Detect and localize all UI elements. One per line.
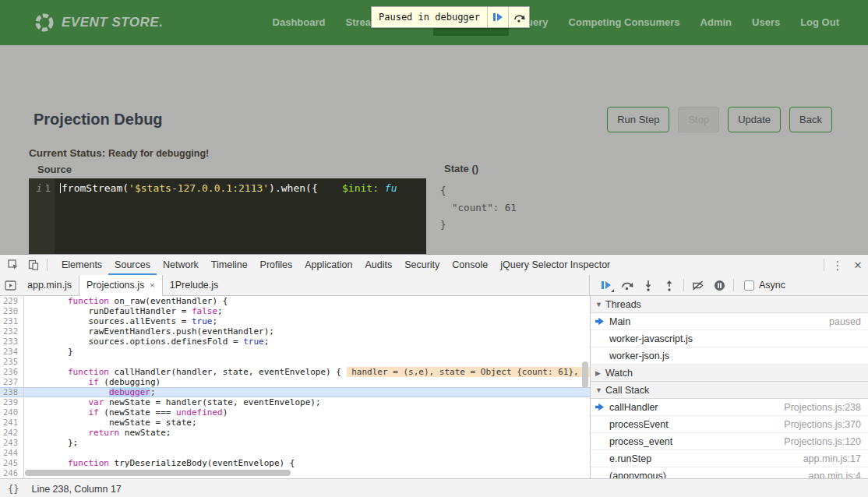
tab-timeline[interactable]: Timeline bbox=[205, 255, 254, 275]
code-token bbox=[26, 387, 109, 397]
code-line[interactable]: 241 newState = state; bbox=[0, 418, 590, 428]
stack-frame-row-anonymous[interactable]: (anonymous)app.min.js:4 bbox=[591, 467, 868, 478]
line-number[interactable]: 241 bbox=[0, 418, 23, 428]
source-code-panel[interactable]: 229 function on_raw(eventHandler) {230 r… bbox=[0, 296, 590, 478]
tab-profiles[interactable]: Profiles bbox=[254, 255, 299, 275]
code-line[interactable]: 232 rawEventHandlers.push(eventHandler); bbox=[0, 326, 590, 337]
resume-icon[interactable] bbox=[487, 7, 508, 27]
nav-item-dashboard[interactable]: Dashboard bbox=[263, 0, 336, 45]
code-token: ; bbox=[264, 337, 270, 347]
code-line[interactable]: 229 function on_raw(eventHandler) { bbox=[0, 296, 590, 306]
code-line[interactable]: 240 if (newState === undefined) bbox=[0, 407, 590, 418]
tab-network[interactable]: Network bbox=[157, 255, 205, 275]
threads-title: Threads bbox=[605, 299, 641, 310]
code-line-text: rawEventHandlers.push(eventHandler); bbox=[23, 326, 274, 337]
chevron-right-icon: ▶ bbox=[595, 369, 605, 377]
line-number[interactable]: 234 bbox=[0, 347, 23, 357]
close-devtools-icon[interactable]: ✕ bbox=[848, 255, 868, 275]
line-number[interactable]: 240 bbox=[0, 407, 23, 418]
line-number[interactable]: 229 bbox=[0, 296, 23, 306]
thread-name: worker-json.js bbox=[609, 351, 868, 361]
code-line[interactable]: 233 sources.options.definesFold = true; bbox=[0, 337, 590, 347]
state-json: { "count": 61 } bbox=[440, 182, 517, 234]
code-line-text: sources.allEvents = true; bbox=[23, 316, 217, 326]
threads-section-header[interactable]: ▼ Threads bbox=[591, 296, 868, 313]
show-navigator-icon[interactable] bbox=[0, 275, 20, 295]
tab-application[interactable]: Application bbox=[298, 255, 358, 275]
pretty-print-icon[interactable]: {} bbox=[8, 484, 19, 495]
line-number[interactable]: 244 bbox=[0, 448, 23, 458]
tab-security[interactable]: Security bbox=[398, 255, 446, 275]
line-number[interactable]: 242 bbox=[0, 428, 23, 438]
code-line[interactable]: 242 return newState; bbox=[0, 428, 590, 438]
nav-item-log-out[interactable]: Log Out bbox=[790, 0, 849, 45]
run-step-button[interactable]: Run Step bbox=[607, 107, 669, 132]
code-token bbox=[26, 397, 88, 407]
code-line[interactable]: 239 var newState = handler(state, eventE… bbox=[0, 397, 590, 407]
code-line[interactable]: 245 function tryDeserializeBody(eventEnv… bbox=[0, 458, 590, 468]
tab-sources[interactable]: Sources bbox=[108, 255, 157, 275]
line-number[interactable]: 243 bbox=[0, 438, 23, 448]
file-tab-app-min-js[interactable]: app.min.js bbox=[20, 275, 79, 295]
step-into-icon[interactable] bbox=[638, 275, 658, 295]
debugger-sidebar: ▼ Threads Mainpausedworker-javascript.js… bbox=[590, 296, 868, 478]
device-toolbar-icon[interactable] bbox=[23, 255, 44, 275]
code-line[interactable]: 243 }; bbox=[0, 438, 590, 448]
thread-row-worker-javascript-js[interactable]: worker-javascript.js bbox=[591, 330, 868, 347]
line-number[interactable]: 246 bbox=[0, 468, 23, 478]
nav-item-competing-consumers[interactable]: Competing Consumers bbox=[559, 0, 690, 45]
line-number[interactable]: 230 bbox=[0, 306, 23, 316]
line-number[interactable]: 237 bbox=[0, 377, 23, 387]
stack-frame-row-processevent[interactable]: processEventProjections.js:370 bbox=[591, 416, 868, 433]
stack-frame-row-e-runstep[interactable]: e.runStepapp.min.js:17 bbox=[591, 450, 868, 467]
code-horizontal-scrollbar-thumb[interactable] bbox=[25, 470, 291, 476]
code-line[interactable]: 237 if (debugging) bbox=[0, 377, 590, 387]
code-token: newState = state; bbox=[26, 418, 197, 428]
inspect-element-icon[interactable] bbox=[3, 255, 23, 275]
async-checkbox[interactable] bbox=[744, 280, 754, 291]
line-number[interactable]: 235 bbox=[0, 357, 23, 367]
kebab-menu-icon[interactable]: ⋮ bbox=[827, 255, 848, 275]
code-line[interactable]: 235 bbox=[0, 357, 590, 367]
code-line[interactable]: 244 bbox=[0, 448, 590, 458]
thread-name: Main bbox=[609, 316, 829, 327]
stack-frame-row-process-event[interactable]: process_eventProjections.js:120 bbox=[591, 433, 868, 450]
devtools-main: 229 function on_raw(eventHandler) {230 r… bbox=[0, 296, 868, 478]
stack-frame-row-callhandler[interactable]: callHandlerProjections.js:238 bbox=[591, 399, 868, 416]
code-line[interactable]: 234 } bbox=[0, 347, 590, 357]
line-number[interactable]: 239 bbox=[0, 397, 23, 407]
tab-console[interactable]: Console bbox=[446, 255, 494, 275]
file-tab-projections-js[interactable]: Projections.js× bbox=[79, 275, 163, 296]
code-line[interactable]: 230 runDefaultHandler = false; bbox=[0, 306, 590, 316]
tab-elements[interactable]: Elements bbox=[55, 255, 108, 275]
watch-section-header[interactable]: ▶ Watch bbox=[591, 365, 868, 382]
nav-item-admin[interactable]: Admin bbox=[690, 0, 742, 45]
code-line[interactable]: 236 function callHandler(handler, state,… bbox=[0, 367, 590, 377]
code-line-executing[interactable]: 238 debugger; bbox=[0, 387, 590, 397]
step-over-icon[interactable] bbox=[617, 275, 637, 295]
line-number[interactable]: 238 bbox=[0, 387, 23, 397]
line-number[interactable]: 245 bbox=[0, 458, 23, 468]
back-button[interactable]: Back bbox=[789, 107, 832, 132]
pause-on-exceptions-icon[interactable] bbox=[709, 275, 729, 295]
line-number[interactable]: 236 bbox=[0, 367, 23, 377]
resume-script-icon[interactable] bbox=[596, 275, 616, 295]
step-out-icon[interactable] bbox=[659, 275, 679, 295]
step-over-icon[interactable] bbox=[508, 7, 529, 27]
deactivate-breakpoints-icon[interactable] bbox=[688, 275, 708, 295]
tab-jquery-selector-inspector[interactable]: jQuery Selector Inspector bbox=[494, 255, 616, 275]
thread-row-worker-json-js[interactable]: worker-json.js bbox=[591, 347, 868, 365]
line-number[interactable]: 232 bbox=[0, 326, 23, 337]
thread-row-main[interactable]: Mainpaused bbox=[591, 313, 868, 330]
code-vertical-scrollbar-thumb[interactable] bbox=[582, 361, 588, 388]
nav-item-users[interactable]: Users bbox=[742, 0, 790, 45]
call-stack-section-header[interactable]: ▼ Call Stack bbox=[591, 382, 868, 399]
file-tab-1prelude-js[interactable]: 1Prelude.js bbox=[163, 275, 226, 295]
active-frame-arrow-icon bbox=[595, 317, 604, 326]
tab-audits[interactable]: Audits bbox=[358, 255, 398, 275]
update-button[interactable]: Update bbox=[728, 107, 781, 132]
line-number[interactable]: 231 bbox=[0, 316, 23, 326]
line-number[interactable]: 233 bbox=[0, 337, 23, 347]
close-tab-icon[interactable]: × bbox=[150, 280, 154, 290]
code-line[interactable]: 231 sources.allEvents = true; bbox=[0, 316, 590, 326]
